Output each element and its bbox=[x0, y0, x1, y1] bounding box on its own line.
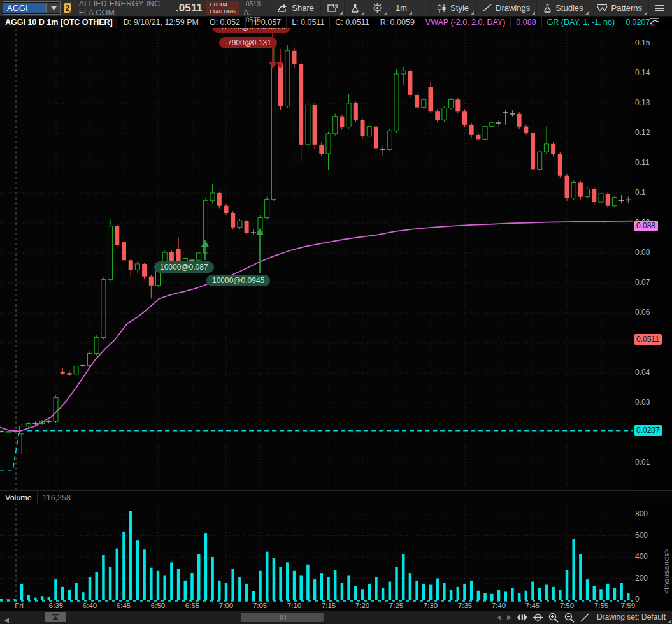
symbol-combobox[interactable]: AGGI bbox=[3, 1, 61, 15]
last-price: .0511 bbox=[176, 2, 203, 15]
chart-menu-button[interactable] bbox=[648, 0, 671, 16]
studies-button[interactable]: Studies bbox=[536, 0, 589, 16]
gr-study-label[interactable]: GR (DAY, 1, -1, no) bbox=[542, 16, 621, 28]
settings-button[interactable] bbox=[366, 0, 389, 16]
flask-icon bbox=[351, 4, 359, 13]
share-icon bbox=[278, 4, 288, 12]
toolbar-separator bbox=[269, 0, 269, 16]
scroll-left-arrow[interactable] bbox=[4, 614, 9, 624]
share-label: Share bbox=[292, 3, 314, 13]
company-name: ALLIED ENERGY INC FLA COM bbox=[79, 0, 167, 17]
time-scrollbar-thumb[interactable] bbox=[241, 613, 324, 622]
chart-title: AGGI 10 D 1m [OTC OTHER] bbox=[0, 16, 118, 28]
bid-value: B: .0513 bbox=[244, 0, 262, 8]
vwap-study-value: 0.088 bbox=[511, 16, 541, 28]
top-toolbar: AGGI 2 ALLIED ENERGY INC FLA COM .0511 +… bbox=[0, 0, 672, 17]
style-label: Style bbox=[450, 3, 469, 13]
small-right-arrow-icon[interactable] bbox=[507, 615, 511, 620]
flask-icon bbox=[543, 4, 552, 13]
volume-axis-unit: <thousands> bbox=[662, 511, 670, 594]
candlestick-chart-canvas[interactable] bbox=[0, 0, 672, 624]
zoom-out-icon[interactable] bbox=[564, 613, 575, 623]
gear-icon bbox=[373, 3, 382, 13]
trendline-icon bbox=[482, 4, 492, 12]
candlestick-style-icon bbox=[437, 4, 447, 13]
status-bar: Drawing set: Default bbox=[0, 611, 672, 624]
drawing-set-selector[interactable]: Drawing set: Default bbox=[597, 613, 666, 621]
analysis-button[interactable] bbox=[344, 0, 366, 16]
price-change-chip: +.0304 +146.86% bbox=[206, 1, 239, 16]
volume-pane-header: Volume 116,258 bbox=[0, 490, 672, 504]
share-button[interactable]: Share bbox=[271, 0, 320, 16]
volume-label[interactable]: Volume bbox=[0, 491, 38, 504]
watchlist-count-badge[interactable]: 2 bbox=[64, 3, 71, 13]
patterns-label: Patterns bbox=[611, 3, 642, 13]
price-change-percent: +146.86% bbox=[209, 8, 236, 15]
ohlc-range: R: 0.0059 bbox=[375, 16, 420, 28]
draw-line-icon[interactable] bbox=[580, 613, 589, 622]
collapse-pane-icon[interactable] bbox=[648, 17, 661, 29]
zoom-in-icon[interactable] bbox=[548, 613, 559, 623]
buy-trade-bubble: 10000@0.087 bbox=[154, 261, 214, 273]
reports-button[interactable] bbox=[320, 0, 344, 16]
drawings-label: Drawings bbox=[496, 3, 530, 13]
calendar-alert-icon bbox=[327, 4, 338, 13]
ohlc-open: O: 0.052 bbox=[204, 16, 246, 28]
symbol-dropdown-button[interactable] bbox=[46, 3, 60, 13]
chevron-down-icon bbox=[51, 6, 57, 10]
ohlc-low: L: 0.0511 bbox=[287, 16, 330, 28]
style-button[interactable]: Style bbox=[430, 0, 475, 16]
trading-platform-window: AGGI 2 ALLIED ENERGY INC FLA COM .0511 +… bbox=[0, 0, 672, 624]
chart-header: AGGI 10 D 1m [OTC OTHER] D: 9/10/21, 12:… bbox=[0, 16, 672, 28]
chart-datetime: D: 9/10/21, 12:59 PM bbox=[118, 16, 204, 28]
ask-value: A: .0575 bbox=[244, 8, 262, 24]
buy-trade-bubble: 10000@0.0945 bbox=[206, 275, 270, 286]
patterns-button[interactable]: Patterns bbox=[590, 0, 648, 16]
drawing-set-dropdown-fold bbox=[668, 620, 671, 623]
volume-value: 116,258 bbox=[38, 491, 76, 504]
crosshair-icon[interactable] bbox=[533, 613, 543, 622]
sell-trade-bubble: -7900@0.131 bbox=[219, 37, 277, 48]
price-change: +.0304 bbox=[209, 1, 236, 8]
expand-up-icon bbox=[52, 614, 59, 620]
pattern-icon bbox=[597, 4, 608, 12]
studies-label: Studies bbox=[555, 3, 583, 13]
vwap-study-label[interactable]: VWAP (-2.0, 2.0, DAY) bbox=[420, 16, 511, 28]
small-left-arrow-icon[interactable] bbox=[497, 615, 501, 620]
expand-pane-button[interactable] bbox=[45, 612, 66, 622]
bid-ask: B: .0513 A: .0575 bbox=[244, 0, 262, 24]
ohlc-close: C: 0.0511 bbox=[330, 16, 375, 28]
timeframe-button[interactable]: 1m bbox=[389, 0, 413, 16]
drawings-button[interactable]: Drawings bbox=[475, 0, 536, 16]
timeframe-label: 1m bbox=[396, 3, 407, 13]
chart-tools bbox=[497, 611, 589, 624]
symbol-input[interactable]: AGGI bbox=[3, 3, 46, 13]
pan-icon[interactable] bbox=[517, 614, 527, 621]
